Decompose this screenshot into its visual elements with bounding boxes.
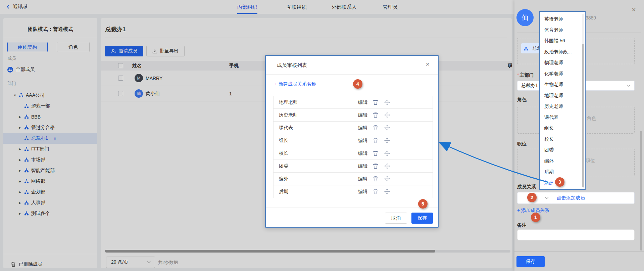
- relation-dropdown: 英语老师体育老师韩国福 56政治老师政...物理老师化学老师生物老师地理老师历史…: [539, 11, 586, 190]
- remark-input[interactable]: [517, 229, 635, 240]
- delete-icon[interactable]: [373, 189, 378, 196]
- primary-dept-label: *主部门: [517, 72, 534, 78]
- dropdown-items: 英语老师体育老师韩国福 56政治老师政...物理老师化学老师生物老师地理老师历史…: [540, 14, 585, 188]
- dropdown-item[interactable]: 物理老师: [540, 57, 585, 69]
- drag-move-icon[interactable]: [384, 150, 390, 157]
- dropdown-item[interactable]: 政治老师政...: [540, 47, 585, 58]
- dropdown-item[interactable]: 化学老师: [540, 69, 585, 80]
- dropdown-item[interactable]: 英语老师: [540, 14, 585, 25]
- dropdown-item[interactable]: 团委: [540, 145, 585, 156]
- dropdown-item[interactable]: 地理老师: [540, 90, 585, 101]
- relation-row: 团委 编辑: [274, 160, 433, 173]
- divider: [353, 185, 353, 198]
- relation-name: 历史老师: [279, 112, 298, 118]
- edit-link[interactable]: 编辑: [358, 163, 367, 169]
- add-relation-link[interactable]: + 添加成员关系: [517, 208, 549, 214]
- member-review-modal: 成员审核列表 × + 新建成员关系名称 地理老师 编辑 历史老师 编辑 课代表: [265, 55, 439, 228]
- relation-row: 地理老师 编辑: [274, 96, 433, 109]
- relation-name: 后期: [279, 189, 288, 195]
- drag-move-icon[interactable]: [384, 176, 390, 183]
- edit-link[interactable]: 编辑: [358, 138, 367, 144]
- close-icon[interactable]: ×: [426, 60, 430, 67]
- delete-icon[interactable]: [373, 99, 378, 106]
- required-mark: *: [517, 72, 519, 78]
- delete-icon[interactable]: [373, 176, 378, 183]
- relation-name: 校长: [279, 150, 288, 156]
- delete-icon[interactable]: [373, 150, 378, 157]
- relation-label: 成员关系: [517, 184, 536, 190]
- relation-name: 团委: [279, 163, 288, 169]
- drawer-scrollbar-thumb[interactable]: [640, 131, 642, 251]
- position-placeholder-fragment: 职位: [586, 158, 595, 164]
- relation-row: 后期 编辑: [274, 185, 433, 198]
- edit-link[interactable]: 编辑: [358, 112, 367, 118]
- dropdown-item[interactable]: 组长: [540, 123, 585, 134]
- edit-link[interactable]: 编辑: [358, 125, 367, 131]
- dropdown-item[interactable]: 后期: [540, 167, 585, 178]
- role-placeholder-fragment: 角色: [587, 116, 596, 122]
- modal-cancel-button[interactable]: 取消: [385, 213, 407, 224]
- relation-row: 编外 编辑: [274, 173, 433, 185]
- divider: [353, 109, 353, 121]
- delete-icon[interactable]: [373, 163, 378, 170]
- annotation-badge-5: 5: [418, 199, 428, 209]
- drag-move-icon[interactable]: [384, 138, 390, 145]
- primary-dept-value: 总裁办1: [521, 83, 538, 89]
- dropdown-item[interactable]: 韩国福 56: [540, 36, 585, 47]
- dropdown-scrollbar-thumb[interactable]: [582, 44, 584, 187]
- edit-link[interactable]: 编辑: [358, 150, 367, 156]
- avatar: 仙: [516, 9, 534, 26]
- drag-move-icon[interactable]: [384, 99, 390, 106]
- annotation-badge-1: 1: [531, 213, 540, 222]
- department-icon: [524, 46, 528, 51]
- divider: [353, 134, 353, 147]
- position-label: 职位: [517, 141, 527, 147]
- chevron-down-icon: [627, 84, 631, 87]
- dropdown-item[interactable]: 生物老师: [540, 79, 585, 90]
- relation-row: 组长 编辑: [274, 134, 433, 147]
- dropdown-item[interactable]: 历史老师: [540, 101, 585, 112]
- dropdown-item[interactable]: 课代表: [540, 112, 585, 123]
- new-relation-link[interactable]: + 新建成员关系名称: [275, 81, 316, 87]
- remark-label: 备注: [517, 222, 527, 228]
- relation-name: 组长: [279, 138, 288, 144]
- member-phone-fragment: 3889: [586, 15, 596, 20]
- dropdown-item[interactable]: 校长: [540, 134, 585, 145]
- modal-save-button[interactable]: 保存: [411, 213, 433, 224]
- relation-name: 编外: [279, 176, 288, 182]
- relation-member-box: 点击添加成员: [552, 192, 635, 204]
- drag-move-icon[interactable]: [384, 125, 390, 132]
- annotation-badge-4: 4: [353, 79, 362, 89]
- annotation-badge-3: 3: [555, 177, 564, 187]
- divider: [266, 208, 438, 208]
- relation-name: 课代表: [279, 125, 293, 131]
- chevron-down-icon: [545, 197, 549, 199]
- relation-row: 校长 编辑: [274, 147, 433, 160]
- relation-name: 地理老师: [279, 99, 298, 105]
- dropdown-item[interactable]: 体育老师: [540, 25, 585, 36]
- dropdown-item[interactable]: 编外: [540, 156, 585, 167]
- divider: [353, 173, 353, 185]
- divider: [353, 122, 353, 134]
- edit-link[interactable]: 编辑: [358, 99, 367, 105]
- delete-icon[interactable]: [373, 125, 378, 132]
- drag-move-icon[interactable]: [384, 189, 390, 196]
- close-icon[interactable]: ×: [632, 6, 636, 13]
- divider: [514, 251, 644, 252]
- add-member-link[interactable]: 点击添加成员: [557, 195, 585, 201]
- relation-row: 课代表 编辑: [274, 122, 433, 134]
- drag-move-icon[interactable]: [384, 112, 390, 119]
- edit-link[interactable]: 编辑: [358, 189, 367, 195]
- relation-list: 地理老师 编辑 历史老师 编辑 课代表 编辑: [273, 96, 433, 198]
- edit-link[interactable]: 编辑: [358, 176, 367, 182]
- divider: [353, 96, 353, 108]
- relation-row: 历史老师 编辑: [274, 109, 433, 122]
- role-label: 角色: [517, 97, 527, 103]
- delete-icon[interactable]: [373, 112, 378, 119]
- delete-icon[interactable]: [373, 138, 378, 145]
- modal-title: 成员审核列表: [277, 62, 307, 69]
- drag-move-icon[interactable]: [384, 163, 390, 170]
- divider: [266, 74, 438, 75]
- drawer-save-button[interactable]: 保存: [516, 256, 545, 267]
- divider: [353, 160, 353, 172]
